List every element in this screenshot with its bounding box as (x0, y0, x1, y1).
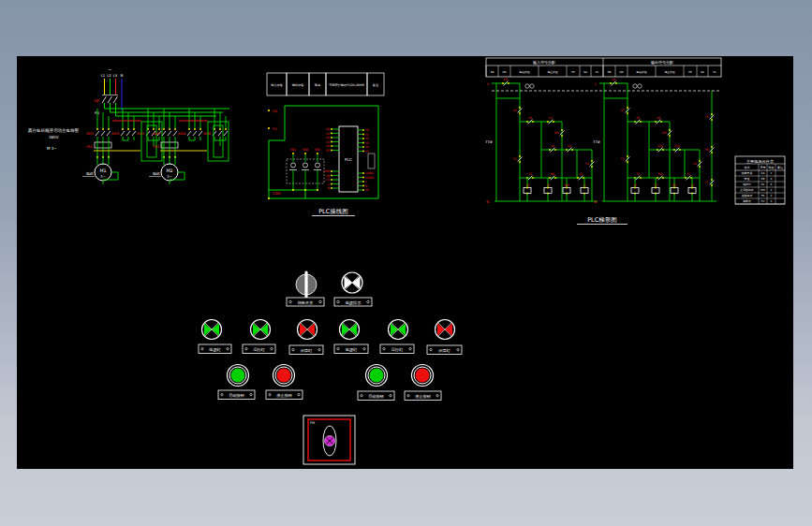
label-plate-text: 启动按钮 (229, 393, 245, 398)
header-cell-text: 输出设备 (292, 83, 305, 87)
terminal-label: Y3 (365, 141, 369, 145)
junction-dot (549, 149, 551, 151)
junction-dot (673, 149, 675, 151)
panel-pushbutton[interactable] (366, 365, 388, 387)
junction-dot (627, 112, 628, 114)
ladder-cell-text: FR (571, 70, 575, 74)
phase-label-l1: L1 (101, 73, 106, 78)
button-cap (277, 369, 291, 383)
junction-dot (571, 149, 573, 151)
junction-dot (331, 137, 332, 139)
junction-dot (591, 160, 593, 162)
junction-dot (331, 150, 332, 152)
junction-dot (691, 193, 693, 195)
contact-label: Y7 (705, 181, 709, 184)
plc-side-label-com: COM (273, 192, 280, 196)
motor-phase: 3~ (167, 175, 171, 179)
junction-dot (331, 141, 332, 143)
junction-dot (657, 149, 658, 151)
junction-dot (508, 82, 509, 84)
label-plate: 电源灯 (199, 344, 231, 354)
label-plate-text: 故障灯 (438, 348, 450, 353)
drawing-sheet (17, 56, 793, 469)
ladder-cell-text: 停止按钮 (664, 70, 674, 74)
monitor-box: FM (303, 416, 355, 464)
contact-label: X6 (657, 116, 660, 120)
button-symbol-label: SB1 (290, 148, 296, 152)
junction-dot (292, 153, 294, 154)
junction-dot (640, 177, 642, 179)
terminal-label: X3 (326, 140, 330, 144)
junction-dot (583, 193, 585, 195)
junction-dot (583, 187, 585, 189)
junction-dot (673, 193, 675, 195)
plc-side-label-fu: FU (273, 127, 277, 131)
contact-label: X1 (549, 116, 553, 120)
junction-dot (554, 149, 556, 151)
indicator-lamp[interactable] (436, 320, 455, 340)
junction-dot (169, 128, 170, 130)
legend-cell: 热继电器 (742, 194, 753, 197)
drawing-canvas: ~ L1 L2 L3 N QF FU 两台电机顺序启动主电路图 380V M 3… (0, 0, 812, 526)
legend-cell: 交流接触器 (740, 188, 754, 192)
panel-pushbutton[interactable] (228, 365, 249, 387)
rotary-label: 转换开关 (298, 300, 314, 305)
junction-dot (225, 128, 227, 130)
panel-pushbutton[interactable] (273, 365, 295, 387)
thermal-label: FR2 (153, 145, 159, 149)
ladder-cell-text: HL (713, 70, 716, 74)
header-cell-text: 输入设备 (271, 83, 284, 87)
contact-label: X5 (636, 116, 640, 120)
junction-dot (194, 128, 196, 130)
indicator-lamp[interactable] (389, 320, 408, 340)
contact-label: T1 (512, 157, 517, 161)
phase-label-l3: L3 (113, 73, 118, 78)
cad-viewport: ~ L1 L2 L3 N QF FU 两台电机顺序启动主电路图 380V M 3… (0, 0, 812, 526)
contact-label: Y4 (693, 162, 697, 166)
panel-pushbutton[interactable] (412, 365, 434, 387)
monitor-label: FM (310, 421, 315, 425)
rail-label-n2: N (594, 199, 597, 204)
junction-dot (711, 146, 713, 148)
terminal-label: Y2 (365, 137, 369, 140)
thermal-label: FR1 (86, 145, 93, 149)
junction-dot (640, 121, 642, 123)
indicator-lamp[interactable] (202, 320, 222, 340)
junction-dot (102, 128, 104, 130)
junction-dot (133, 128, 135, 130)
junction-dot (566, 193, 568, 195)
ladder-cell-text: QS (503, 70, 507, 74)
button-cap (370, 369, 384, 383)
terminal-label: COM2 (365, 176, 374, 180)
breaker-label: QF (95, 98, 100, 103)
coil-label: T2 (653, 183, 657, 187)
junction-dot (711, 113, 713, 115)
junction-dot (634, 121, 636, 123)
junction-dot (655, 193, 657, 195)
ladder-cell-text: 停止按钮 (547, 70, 557, 74)
coil-label: Y3 (690, 183, 694, 187)
coil-label: M0 (565, 183, 569, 187)
junction-dot (526, 121, 528, 123)
junction-dot (362, 142, 364, 144)
legend-cell: 转换开关 (742, 171, 753, 175)
power-indicator-lamp[interactable] (342, 272, 362, 293)
coil-label: Y0 (525, 183, 529, 187)
terminal-label: PE (365, 188, 369, 192)
indicator-lamp[interactable] (251, 320, 271, 340)
junction-dot (122, 128, 124, 130)
power-lamp-label-plate: 电源指示 (334, 298, 372, 306)
indicator-lamp[interactable] (298, 320, 317, 340)
junction-dot (153, 128, 155, 130)
coil-label: Y1 (583, 183, 586, 187)
contactor-label: KM6 (203, 132, 211, 136)
phase-label-l2: L2 (107, 73, 111, 78)
legend-cell: SA (761, 171, 765, 175)
junction-dot (685, 177, 687, 179)
junction-dot (532, 121, 534, 123)
junction-dot (331, 170, 332, 172)
indicator-lamp[interactable] (340, 320, 360, 340)
ladder-cell-text: 起动按钮 (636, 70, 646, 74)
terminal-label: X0 (326, 127, 330, 131)
junction-dot (547, 193, 549, 195)
